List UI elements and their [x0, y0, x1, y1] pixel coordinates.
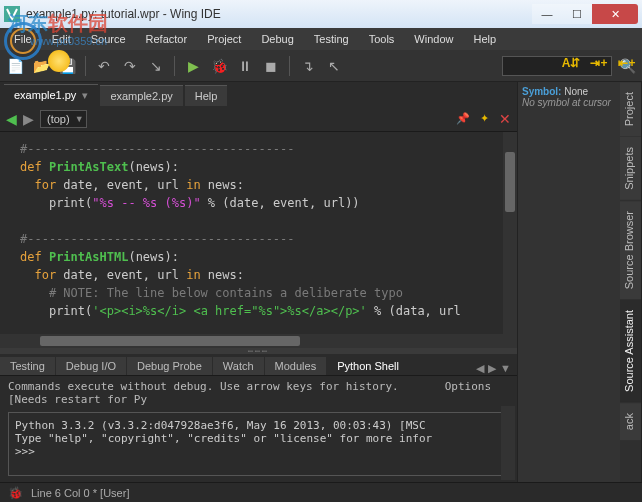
break-icon[interactable]: ⏸ — [234, 55, 256, 77]
panel-toggle-group: A⇵ ⇥+ ⇤+ — [560, 52, 638, 74]
panel-left-icon[interactable]: ⇤+ — [616, 52, 638, 74]
shell-hint-text: Commands execute without debug. Use arro… — [8, 380, 445, 406]
shell-input-area[interactable]: Python 3.3.2 (v3.3.2:d047928ae3f6, May 1… — [8, 412, 509, 476]
stop-icon[interactable]: ◼ — [260, 55, 282, 77]
symbol-sort-icon[interactable]: A⇵ — [560, 52, 582, 74]
menu-bar: File Edit Source Refactor Project Debug … — [0, 28, 642, 50]
menu-debug[interactable]: Debug — [251, 31, 303, 47]
editor-nav-bar: ◀ ▶ (top) ▼ 📌 ✦ ✕ — [0, 106, 517, 132]
toolbar: 📄 📂 💾 ↶ ↷ ↘ ▶ 🐞 ⏸ ◼ ↴ ↖ 🔍 A⇵ ⇥+ ⇤+ — [0, 50, 642, 82]
python-shell-panel: Commands execute without debug. Use arro… — [0, 376, 517, 482]
debug-icon[interactable]: 🐞 — [208, 55, 230, 77]
tab-testing[interactable]: Testing — [0, 357, 55, 375]
editor-vscrollbar[interactable] — [503, 132, 517, 334]
tab-chevron-icon[interactable]: ▾ — [82, 89, 88, 101]
side-tab-source-browser[interactable]: Source Browser — [620, 201, 641, 299]
tab-menu-icon[interactable]: ▼ — [500, 362, 511, 375]
file-tab-bar: example1.py▾ example2.py Help — [0, 82, 517, 106]
maximize-button[interactable]: ☐ — [562, 4, 592, 24]
nav-back-icon[interactable]: ◀ — [6, 111, 17, 127]
shell-options-link[interactable]: Options — [445, 380, 491, 406]
tab-next-icon[interactable]: ▶ — [488, 362, 496, 375]
side-tab-source-assistant[interactable]: Source Assistant — [620, 300, 641, 402]
nav-forward-icon[interactable]: ▶ — [23, 111, 34, 127]
menu-help[interactable]: Help — [463, 31, 506, 47]
code-editor[interactable]: #------------------------------------- d… — [0, 132, 517, 334]
pointer-icon[interactable]: ↖ — [323, 55, 345, 77]
menu-file[interactable]: File — [4, 31, 42, 47]
save-icon[interactable]: 💾 — [56, 55, 78, 77]
tab-prev-icon[interactable]: ◀ — [476, 362, 484, 375]
cursor-position: Line 6 Col 0 * [User] — [31, 487, 129, 499]
tab-debug-probe[interactable]: Debug Probe — [127, 357, 212, 375]
step-icon[interactable]: ↴ — [297, 55, 319, 77]
star-icon[interactable]: ✦ — [480, 112, 489, 125]
menu-source[interactable]: Source — [81, 31, 136, 47]
side-tab-project[interactable]: Project — [620, 82, 641, 136]
close-editor-icon[interactable]: ✕ — [499, 111, 511, 127]
tab-modules[interactable]: Modules — [265, 357, 327, 375]
status-bar: 🐞 Line 6 Col 0 * [User] — [0, 482, 642, 502]
minimize-button[interactable]: — — [532, 4, 562, 24]
back-icon[interactable]: ↶ — [93, 55, 115, 77]
side-tab-snippets[interactable]: Snippets — [620, 137, 641, 200]
side-tab-strip: Project Snippets Source Browser Source A… — [620, 82, 642, 482]
file-tab-example2[interactable]: example2.py — [100, 85, 182, 106]
window-title: example1.py: tutorial.wpr - Wing IDE — [26, 7, 532, 21]
menu-tools[interactable]: Tools — [359, 31, 405, 47]
menu-edit[interactable]: Edit — [42, 31, 81, 47]
file-tab-example1[interactable]: example1.py▾ — [4, 84, 98, 106]
editor-hscrollbar[interactable] — [0, 334, 517, 348]
symbol-label: Symbol: — [522, 86, 561, 97]
side-panel: Symbol: None No symbol at cursor Project… — [517, 82, 642, 482]
tab-debug-io[interactable]: Debug I/O — [56, 357, 126, 375]
panel-right-icon[interactable]: ⇥+ — [588, 52, 610, 74]
app-icon — [4, 6, 20, 22]
shell-vscrollbar[interactable] — [501, 406, 515, 480]
tab-watch[interactable]: Watch — [213, 357, 264, 375]
side-tab-ack[interactable]: ack — [620, 403, 641, 440]
file-tab-help[interactable]: Help — [185, 85, 228, 106]
goto-icon[interactable]: ↘ — [145, 55, 167, 77]
menu-project[interactable]: Project — [197, 31, 251, 47]
symbol-hint: No symbol at cursor — [522, 97, 611, 108]
title-bar: example1.py: tutorial.wpr - Wing IDE — ☐… — [0, 0, 642, 28]
menu-refactor[interactable]: Refactor — [136, 31, 198, 47]
pin-icon[interactable]: 📌 — [456, 112, 470, 125]
menu-window[interactable]: Window — [404, 31, 463, 47]
forward-icon[interactable]: ↷ — [119, 55, 141, 77]
chevron-down-icon[interactable]: ▼ — [75, 114, 84, 124]
bottom-tab-bar: Testing Debug I/O Debug Probe Watch Modu… — [0, 354, 517, 376]
open-icon[interactable]: 📂 — [30, 55, 52, 77]
tab-python-shell[interactable]: Python Shell — [327, 357, 409, 375]
symbol-value: None — [564, 86, 588, 97]
menu-testing[interactable]: Testing — [304, 31, 359, 47]
bug-icon[interactable]: 🐞 — [8, 486, 23, 500]
run-icon[interactable]: ▶ — [182, 55, 204, 77]
new-file-icon[interactable]: 📄 — [4, 55, 26, 77]
close-button[interactable]: ✕ — [592, 4, 638, 24]
